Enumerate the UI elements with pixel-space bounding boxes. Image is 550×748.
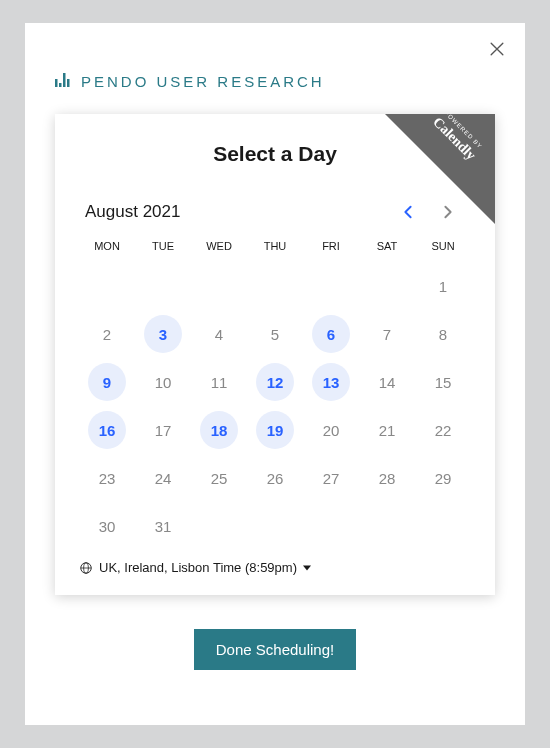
calendar-week: 9101112131415 <box>79 362 471 402</box>
day-available[interactable]: 12 <box>256 363 294 401</box>
day-unavailable: 1 <box>424 267 462 305</box>
weekday-label: MON <box>79 240 135 252</box>
svg-rect-2 <box>63 73 66 87</box>
day-unavailable: 29 <box>424 459 462 497</box>
day-available[interactable]: 6 <box>312 315 350 353</box>
day-unavailable: 24 <box>144 459 182 497</box>
day-unavailable: 2 <box>88 315 126 353</box>
close-icon <box>487 39 507 59</box>
day-unavailable: 14 <box>368 363 406 401</box>
weekday-header: MONTUEWEDTHUFRISATSUN <box>79 240 471 252</box>
modal-title: PENDO USER RESEARCH <box>81 73 325 90</box>
day-available[interactable]: 18 <box>200 411 238 449</box>
month-label: August 2021 <box>85 202 403 222</box>
weekday-label: WED <box>191 240 247 252</box>
day-unavailable: 11 <box>200 363 238 401</box>
calendar-week: 3031 <box>79 506 471 546</box>
caret-down-icon <box>303 564 311 572</box>
day-unavailable: 30 <box>88 507 126 545</box>
globe-icon <box>79 561 93 575</box>
weekday-label: TUE <box>135 240 191 252</box>
calendar-week: 2345678 <box>79 314 471 354</box>
timezone-label: UK, Ireland, Lisbon Time (8:59pm) <box>99 560 297 575</box>
day-unavailable: 8 <box>424 315 462 353</box>
weekday-label: SUN <box>415 240 471 252</box>
bars-icon <box>55 73 73 90</box>
day-unavailable: 26 <box>256 459 294 497</box>
day-unavailable: 4 <box>200 315 238 353</box>
day-unavailable: 17 <box>144 411 182 449</box>
day-unavailable: 10 <box>144 363 182 401</box>
day-unavailable: 25 <box>200 459 238 497</box>
day-available[interactable]: 13 <box>312 363 350 401</box>
weekday-label: THU <box>247 240 303 252</box>
day-unavailable: 21 <box>368 411 406 449</box>
day-unavailable: 23 <box>88 459 126 497</box>
day-available[interactable]: 16 <box>88 411 126 449</box>
day-available[interactable]: 9 <box>88 363 126 401</box>
calendar-week: 1 <box>79 266 471 306</box>
day-available[interactable]: 19 <box>256 411 294 449</box>
day-unavailable: 27 <box>312 459 350 497</box>
day-unavailable: 5 <box>256 315 294 353</box>
svg-rect-0 <box>55 79 58 87</box>
calendar-card: POWERED BY Calendly Select a Day August … <box>55 114 495 595</box>
modal-header: PENDO USER RESEARCH <box>55 73 495 90</box>
day-unavailable: 28 <box>368 459 406 497</box>
close-button[interactable] <box>487 39 507 59</box>
day-available[interactable]: 3 <box>144 315 182 353</box>
day-unavailable: 7 <box>368 315 406 353</box>
weekday-label: FRI <box>303 240 359 252</box>
svg-rect-3 <box>67 79 70 87</box>
svg-rect-1 <box>59 83 62 87</box>
day-unavailable: 15 <box>424 363 462 401</box>
weekday-label: SAT <box>359 240 415 252</box>
day-unavailable: 31 <box>144 507 182 545</box>
powered-by-ribbon[interactable]: POWERED BY Calendly <box>385 114 495 224</box>
done-scheduling-button[interactable]: Done Scheduling! <box>194 629 356 670</box>
scheduling-modal: PENDO USER RESEARCH POWERED BY Calendly … <box>25 23 525 725</box>
timezone-selector[interactable]: UK, Ireland, Lisbon Time (8:59pm) <box>79 560 471 575</box>
day-unavailable: 22 <box>424 411 462 449</box>
day-unavailable: 20 <box>312 411 350 449</box>
calendar-grid: 1234567891011121314151617181920212223242… <box>79 266 471 546</box>
calendar-week: 23242526272829 <box>79 458 471 498</box>
calendar-week: 16171819202122 <box>79 410 471 450</box>
